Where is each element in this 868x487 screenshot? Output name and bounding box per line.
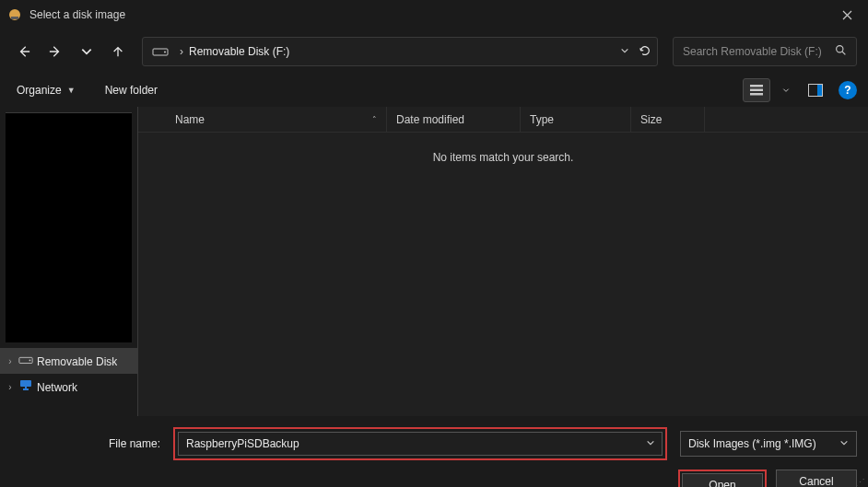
empty-folder-message: No items match your search. (138, 151, 868, 164)
filename-label: File name: (11, 437, 168, 450)
svg-rect-13 (23, 388, 29, 390)
svg-rect-1 (11, 17, 18, 19)
search-icon (835, 44, 847, 59)
svg-rect-14 (25, 387, 27, 388)
open-highlight: Open (678, 470, 767, 487)
filename-input[interactable] (178, 432, 663, 456)
view-mode-button[interactable] (743, 78, 770, 102)
column-type[interactable]: Type (521, 107, 631, 132)
column-size[interactable]: Size (631, 107, 705, 132)
filename-highlight (173, 427, 667, 460)
tree-item-network[interactable]: › Network (0, 374, 137, 400)
column-date-modified[interactable]: Date modified (387, 107, 521, 132)
search-placeholder: Search Removable Disk (F:) (683, 45, 835, 58)
tree-item-removable-disk[interactable]: › Removable Disk (0, 349, 137, 374)
filter-label: Disk Images (*.img *.IMG) (688, 437, 816, 450)
back-button[interactable] (11, 39, 37, 64)
chevron-right-icon: › (6, 382, 15, 392)
recent-locations-button[interactable] (74, 39, 100, 64)
chevron-right-icon: › (6, 356, 15, 366)
chevron-down-icon (839, 437, 849, 450)
address-bar[interactable]: › Removable Disk (F:) (142, 37, 658, 66)
svg-point-3 (164, 52, 166, 53)
drive-icon (18, 354, 33, 368)
sort-indicator-icon: ˄ (372, 115, 377, 124)
toolbar: Organize ▼ New folder ? (0, 74, 868, 107)
svg-rect-5 (750, 85, 763, 87)
svg-rect-7 (750, 93, 763, 96)
svg-point-11 (29, 360, 31, 362)
column-headers: Name ˄ Date modified Type Size (138, 107, 868, 133)
tree-item-label: Removable Disk (37, 355, 117, 368)
svg-rect-9 (817, 85, 822, 96)
app-icon (7, 7, 22, 22)
refresh-button[interactable] (639, 44, 651, 60)
help-button[interactable]: ? (839, 81, 857, 99)
resize-grip[interactable]: ⋰ (855, 480, 866, 485)
up-button[interactable] (105, 39, 131, 64)
svg-rect-12 (20, 380, 31, 387)
tree-item-label: Network (37, 381, 77, 394)
window-title: Select a disk image (29, 8, 125, 21)
network-icon (18, 379, 33, 395)
drive-icon (152, 46, 169, 57)
preview-placeholder (6, 112, 132, 342)
breadcrumb-separator: › (180, 45, 183, 58)
main-area: › Removable Disk › Network Name ˄ D (0, 107, 868, 416)
navigation-bar: › Removable Disk (F:) Search Removable D… (0, 29, 868, 74)
new-folder-button[interactable]: New folder (100, 80, 163, 100)
column-name[interactable]: Name ˄ (166, 107, 387, 132)
breadcrumb-location[interactable]: Removable Disk (F:) (189, 45, 289, 58)
navigation-tree: › Removable Disk › Network (0, 107, 138, 416)
close-button[interactable] (826, 0, 868, 29)
svg-point-4 (837, 46, 843, 52)
address-history-dropdown[interactable] (620, 45, 629, 58)
forward-button[interactable] (42, 39, 68, 64)
chevron-down-icon: ▼ (67, 86, 76, 95)
svg-rect-6 (750, 89, 763, 92)
file-list-pane: Name ˄ Date modified Type Size No items … (138, 107, 868, 416)
cancel-button[interactable]: Cancel (776, 470, 857, 487)
titlebar: Select a disk image (0, 0, 868, 29)
preview-pane-button[interactable] (802, 78, 829, 102)
open-button[interactable]: Open (682, 473, 763, 487)
organize-button[interactable]: Organize ▼ (11, 80, 81, 100)
bottom-bar: File name: Disk Images (*.img *.IMG) Ope… (0, 416, 868, 487)
view-mode-dropdown[interactable] (772, 78, 800, 102)
search-input[interactable]: Search Removable Disk (F:) (673, 37, 857, 66)
file-type-filter[interactable]: Disk Images (*.img *.IMG) (680, 431, 857, 457)
